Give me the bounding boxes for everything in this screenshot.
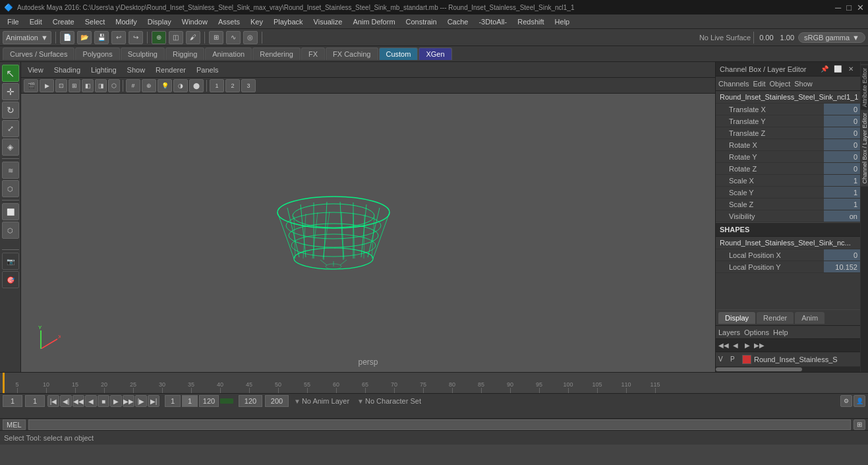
range-end-field[interactable] — [239, 395, 262, 407]
tab-anim[interactable]: Anim — [795, 312, 825, 324]
mel-input[interactable] — [28, 419, 851, 430]
cb-channels-menu[interactable]: Channels — [718, 80, 749, 88]
snap-to-grid-button[interactable]: ⊞ — [209, 31, 223, 44]
layer-fwd-icon[interactable]: ▶ — [742, 340, 753, 351]
step-back-button[interactable]: ◀| — [60, 395, 72, 407]
open-scene-button[interactable]: 📂 — [77, 31, 92, 44]
menu-visualize[interactable]: Visualize — [309, 16, 347, 27]
tab-sculpting[interactable]: Sculpting — [121, 47, 165, 60]
options-menu[interactable]: Options — [744, 328, 769, 336]
autokey-button[interactable]: ⚙ — [840, 395, 852, 407]
playblast-btn[interactable]: ▶ — [40, 79, 54, 92]
channel-scale-z[interactable]: Scale Z 1 — [716, 199, 860, 210]
lighting-btn[interactable]: 💡 — [158, 79, 172, 92]
channel-translate-x-value[interactable]: 0 — [824, 104, 860, 115]
tab-animation[interactable]: Animation — [205, 47, 252, 60]
attribute-editor-tab[interactable]: Attribute Editor — [861, 65, 869, 110]
step-back-frame-btn[interactable]: ◀ — [85, 395, 97, 407]
display-textured-btn[interactable]: ◨ — [95, 79, 107, 92]
viewport-show-menu[interactable]: Show — [125, 65, 148, 75]
float-icon[interactable]: ⬜ — [832, 64, 843, 75]
channel-local-pos-y[interactable]: Local Position Y 10.152 — [716, 261, 860, 273]
channel-translate-y[interactable]: Translate Y 0 — [716, 115, 860, 127]
timeline-playhead[interactable] — [3, 373, 5, 393]
layers-scrollbar-thumb[interactable] — [716, 367, 802, 371]
viewport[interactable]: View Shading Lighting Show Renderer Pane… — [21, 62, 715, 372]
layer-item[interactable]: V P Round_Inset_Stainless_S — [716, 352, 860, 367]
select-tool-button[interactable]: ⊕ — [152, 31, 166, 44]
layer-color-swatch[interactable] — [742, 355, 751, 364]
menu-window[interactable]: Window — [177, 16, 212, 27]
lasso-select-button[interactable]: ◫ — [169, 31, 183, 44]
menu-redshift[interactable]: Redshift — [513, 16, 548, 27]
viewport-view-menu[interactable]: View — [25, 65, 46, 75]
tab-custom[interactable]: Custom — [379, 47, 419, 60]
play-back-button[interactable]: ◀◀ — [72, 395, 84, 407]
channel-scale-z-value[interactable]: 1 — [824, 199, 860, 210]
tab-rendering[interactable]: Rendering — [252, 47, 301, 60]
menu-3dtoall[interactable]: -3DtoAll- — [474, 16, 511, 27]
camera-btn[interactable]: 📷 — [2, 253, 19, 270]
time-start-input[interactable] — [3, 395, 22, 407]
layer-visibility-toggle[interactable]: V — [718, 356, 728, 363]
tab-display[interactable]: Display — [718, 312, 755, 324]
cb-edit-menu[interactable]: Edit — [753, 80, 765, 88]
new-scene-button[interactable]: 📄 — [60, 31, 74, 44]
channel-scale-x[interactable]: Scale X 1 — [716, 175, 860, 187]
channel-rotate-z-value[interactable]: 0 — [824, 163, 860, 174]
channel-rotate-x[interactable]: Rotate X 0 — [716, 139, 860, 151]
layer-end-icon[interactable]: ▶▶ — [754, 340, 765, 351]
menu-modify[interactable]: Modify — [111, 16, 141, 27]
camera-movie-btn[interactable]: 🎬 — [24, 79, 38, 92]
paint-select-button[interactable]: 🖌 — [186, 31, 200, 44]
channel-local-pos-x[interactable]: Local Position X 0 — [716, 249, 860, 261]
display-smooth-btn[interactable]: ⬡ — [108, 79, 120, 92]
menu-playback[interactable]: Playback — [269, 16, 308, 27]
cb-show-menu[interactable]: Show — [794, 80, 813, 88]
title-bar-controls[interactable]: ─ □ ✕ — [835, 3, 864, 13]
viewport-panels-menu[interactable]: Panels — [194, 65, 221, 75]
go-end-button[interactable]: ▶| — [148, 395, 159, 407]
channel-local-pos-x-value[interactable]: 0 — [824, 249, 860, 261]
menu-edit[interactable]: Edit — [25, 16, 47, 27]
channel-translate-x[interactable]: Translate X 0 — [716, 104, 860, 115]
channel-translate-y-value[interactable]: 0 — [824, 115, 860, 127]
universal-manip-btn[interactable]: ◈ — [2, 139, 19, 156]
time-current-input[interactable] — [25, 395, 45, 407]
camera2-btn[interactable]: 🎯 — [2, 271, 19, 288]
snap-to-point-button[interactable]: ◎ — [243, 31, 258, 44]
channel-box-tab[interactable]: Channel Box / Layer Editor — [861, 110, 869, 187]
menu-cache[interactable]: Cache — [443, 16, 473, 27]
show-manip-btn[interactable]: ⬡ — [2, 180, 19, 197]
cb-object-menu[interactable]: Object — [769, 80, 790, 88]
menu-file[interactable]: File — [3, 16, 24, 27]
tab-curves-surfaces[interactable]: Curves / Surfaces — [3, 47, 74, 60]
close-button[interactable]: ✕ — [857, 3, 864, 13]
shadow-btn[interactable]: ◑ — [173, 79, 188, 92]
tab-rigging[interactable]: Rigging — [165, 47, 204, 60]
channel-rotate-y-value[interactable]: 0 — [824, 151, 860, 162]
pin-icon[interactable]: 📌 — [819, 64, 830, 75]
viewport-lighting-menu[interactable]: Lighting — [88, 65, 119, 75]
layer-playback-toggle[interactable]: P — [730, 356, 739, 363]
tab-polygons[interactable]: Polygons — [75, 47, 119, 60]
go-start-button[interactable]: |◀ — [47, 395, 59, 407]
range-start-input[interactable] — [165, 395, 181, 407]
menu-animdeform[interactable]: Anim Deform — [348, 16, 399, 27]
scale-tool-btn[interactable]: ⤢ — [2, 120, 19, 137]
tab-xgen[interactable]: XGen — [419, 47, 451, 60]
menu-help[interactable]: Help — [550, 16, 575, 27]
select-tool-btn[interactable]: ↖ — [2, 65, 19, 82]
viewport-canvas[interactable]: X Y Z persp — [21, 94, 715, 372]
script-editor-btn[interactable]: ⊞ — [854, 419, 865, 430]
lasso-select-tool-btn[interactable]: ⬜ — [2, 203, 19, 220]
range-end-input[interactable] — [199, 395, 219, 407]
viewport-renderer-menu[interactable]: Renderer — [153, 65, 188, 75]
resolution-med-btn[interactable]: 2 — [225, 79, 240, 92]
step-fwd-button[interactable]: |▶ — [135, 395, 147, 407]
resolution-hi-btn[interactable]: 3 — [241, 79, 256, 92]
channel-rotate-y[interactable]: Rotate Y 0 — [716, 151, 860, 163]
undo-button[interactable]: ↩ — [111, 31, 126, 44]
play-fwd-button[interactable]: ▶▶ — [123, 395, 134, 407]
range-bar[interactable] — [220, 398, 233, 404]
